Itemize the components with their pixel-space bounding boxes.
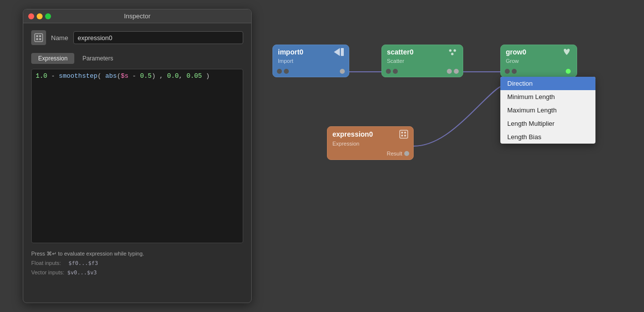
- port-dot[interactable]: [512, 69, 517, 74]
- port-dot[interactable]: [277, 69, 282, 74]
- help-line1: Press ⌘↵ to evaluate expression while ty…: [31, 249, 243, 259]
- node-import0-type: Import: [273, 58, 349, 67]
- node-import0-ports: [273, 67, 349, 77]
- dropdown-item-length-multiplier[interactable]: Length Multiplier: [500, 117, 595, 130]
- dropdown-item-max-length[interactable]: Maximum Length: [500, 104, 595, 117]
- svg-rect-11: [401, 132, 403, 134]
- inspector-panel: Inspector Name Expression Parameters 1.: [23, 9, 252, 303]
- node-grow0-type: Grow: [501, 58, 577, 67]
- node-scatter0[interactable]: scatter0 Scatter: [381, 45, 463, 77]
- tab-parameters[interactable]: Parameters: [75, 53, 120, 64]
- port-dot[interactable]: [447, 69, 452, 74]
- maximize-button[interactable]: [45, 13, 51, 19]
- node-grow0[interactable]: grow0 Grow: [500, 45, 577, 77]
- traffic-lights: [28, 13, 51, 19]
- node-expression0-header: expression0: [327, 127, 413, 141]
- svg-rect-2: [39, 35, 41, 37]
- dropdown-item-length-bias[interactable]: Length Bias: [500, 130, 595, 144]
- canvas-area: import0 Import scatter0: [258, 0, 644, 312]
- svg-rect-3: [36, 38, 38, 40]
- minimize-button[interactable]: [37, 13, 43, 19]
- port-dot[interactable]: [386, 69, 391, 74]
- node-expression0-type: Expression: [327, 141, 413, 150]
- help-text: Press ⌘↵ to evaluate expression while ty…: [31, 249, 243, 278]
- inspector-titlebar: Inspector: [23, 9, 251, 23]
- port-dot[interactable]: [505, 69, 510, 74]
- inspector-body: Name Expression Parameters 1.0 - smooths…: [23, 23, 251, 285]
- port-dot[interactable]: [340, 69, 345, 74]
- tab-expression[interactable]: Expression: [31, 53, 74, 64]
- name-row: Name: [31, 30, 243, 45]
- tab-bar: Expression Parameters: [31, 53, 243, 64]
- help-line3: Vector inputs: $v0...$v3: [31, 268, 243, 278]
- node-icon: [31, 30, 46, 45]
- node-scatter0-header: scatter0: [382, 45, 463, 58]
- node-scatter0-ports: [382, 67, 463, 77]
- node-scatter0-name: scatter0: [387, 48, 414, 56]
- node-grow0-header: grow0: [501, 45, 577, 58]
- result-label: Result: [387, 151, 402, 156]
- svg-rect-6: [341, 48, 344, 56]
- svg-rect-13: [401, 135, 403, 137]
- svg-rect-12: [404, 132, 406, 134]
- expression-editor-container: 1.0 - smoothstep( abs($s - 0.5) , 0.0, 0…: [31, 69, 243, 243]
- svg-rect-1: [36, 35, 38, 37]
- port-dot[interactable]: [284, 69, 289, 74]
- node-import0-name: import0: [278, 48, 303, 56]
- node-grow0-ports: [501, 67, 577, 77]
- port-dot[interactable]: [393, 69, 398, 74]
- inspector-title: Inspector: [124, 12, 150, 20]
- name-label: Name: [51, 34, 68, 42]
- svg-rect-10: [400, 130, 408, 138]
- help-line2: Float inputs: $f0...$f3: [31, 259, 243, 268]
- name-input[interactable]: [73, 31, 243, 44]
- dropdown-item-min-length[interactable]: Minimum Length: [500, 90, 595, 104]
- svg-rect-14: [404, 135, 406, 137]
- node-import0[interactable]: import0 Import: [272, 45, 349, 77]
- close-button[interactable]: [28, 13, 34, 19]
- svg-point-9: [451, 53, 454, 55]
- expression-display[interactable]: 1.0 - smoothstep( abs($s - 0.5) , 0.0, 0…: [32, 69, 243, 83]
- port-dot-green[interactable]: [566, 69, 571, 74]
- svg-marker-5: [334, 48, 340, 56]
- port-dot[interactable]: [454, 69, 459, 74]
- svg-point-7: [449, 50, 452, 52]
- svg-rect-4: [39, 38, 41, 40]
- dropdown-menu: Direction Minimum Length Maximum Length …: [500, 77, 595, 144]
- node-grow0-name: grow0: [506, 48, 526, 56]
- node-expression0-name: expression0: [332, 130, 373, 138]
- dropdown-item-direction[interactable]: Direction: [500, 77, 595, 90]
- svg-rect-0: [35, 34, 43, 42]
- svg-point-8: [454, 50, 456, 52]
- node-scatter0-type: Scatter: [382, 58, 463, 67]
- node-expression0[interactable]: expression0 Expression Result: [327, 126, 414, 160]
- port-dot-result[interactable]: [404, 151, 409, 156]
- node-import0-header: import0: [273, 45, 349, 58]
